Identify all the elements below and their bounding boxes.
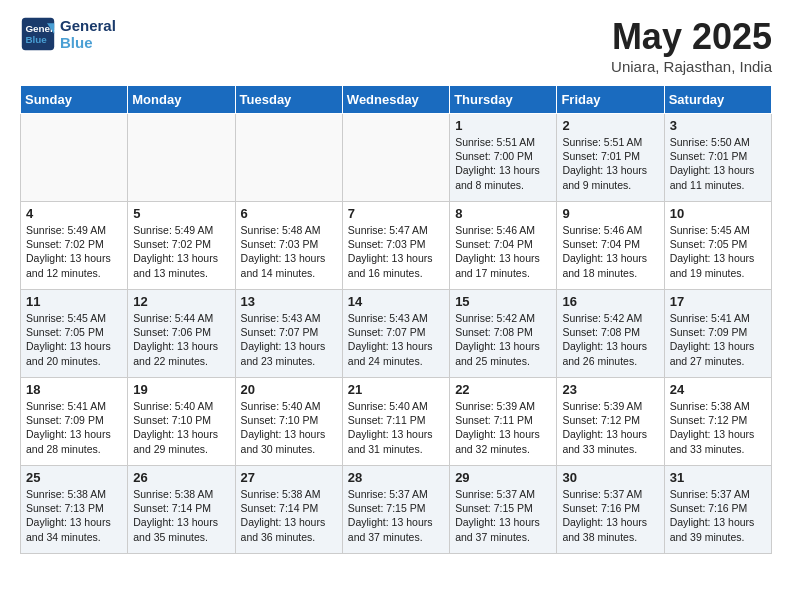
day-info: Sunrise: 5:38 AM Sunset: 7:14 PM Dayligh… <box>133 487 229 544</box>
page: General Blue General Blue May 2025 Uniar… <box>0 0 792 570</box>
calendar-cell: 31Sunrise: 5:37 AM Sunset: 7:16 PM Dayli… <box>664 466 771 554</box>
calendar-table: SundayMondayTuesdayWednesdayThursdayFrid… <box>20 85 772 554</box>
day-info: Sunrise: 5:46 AM Sunset: 7:04 PM Dayligh… <box>455 223 551 280</box>
day-number: 31 <box>670 470 766 485</box>
title-block: May 2025 Uniara, Rajasthan, India <box>611 16 772 75</box>
day-info: Sunrise: 5:37 AM Sunset: 7:15 PM Dayligh… <box>455 487 551 544</box>
day-number: 12 <box>133 294 229 309</box>
location: Uniara, Rajasthan, India <box>611 58 772 75</box>
day-number: 28 <box>348 470 444 485</box>
logo-icon: General Blue <box>20 16 56 52</box>
day-number: 2 <box>562 118 658 133</box>
weekday-header-row: SundayMondayTuesdayWednesdayThursdayFrid… <box>21 86 772 114</box>
weekday-header-friday: Friday <box>557 86 664 114</box>
calendar-week-row: 11Sunrise: 5:45 AM Sunset: 7:05 PM Dayli… <box>21 290 772 378</box>
calendar-cell: 29Sunrise: 5:37 AM Sunset: 7:15 PM Dayli… <box>450 466 557 554</box>
day-number: 27 <box>241 470 337 485</box>
calendar-cell: 5Sunrise: 5:49 AM Sunset: 7:02 PM Daylig… <box>128 202 235 290</box>
day-number: 7 <box>348 206 444 221</box>
logo-text: General Blue <box>60 17 116 51</box>
day-number: 6 <box>241 206 337 221</box>
day-number: 14 <box>348 294 444 309</box>
calendar-week-row: 18Sunrise: 5:41 AM Sunset: 7:09 PM Dayli… <box>21 378 772 466</box>
day-number: 16 <box>562 294 658 309</box>
day-info: Sunrise: 5:38 AM Sunset: 7:14 PM Dayligh… <box>241 487 337 544</box>
day-number: 29 <box>455 470 551 485</box>
day-info: Sunrise: 5:45 AM Sunset: 7:05 PM Dayligh… <box>26 311 122 368</box>
calendar-cell: 23Sunrise: 5:39 AM Sunset: 7:12 PM Dayli… <box>557 378 664 466</box>
calendar-cell: 21Sunrise: 5:40 AM Sunset: 7:11 PM Dayli… <box>342 378 449 466</box>
day-info: Sunrise: 5:47 AM Sunset: 7:03 PM Dayligh… <box>348 223 444 280</box>
day-number: 20 <box>241 382 337 397</box>
day-number: 15 <box>455 294 551 309</box>
day-info: Sunrise: 5:38 AM Sunset: 7:13 PM Dayligh… <box>26 487 122 544</box>
calendar-cell <box>342 114 449 202</box>
day-info: Sunrise: 5:41 AM Sunset: 7:09 PM Dayligh… <box>670 311 766 368</box>
day-number: 17 <box>670 294 766 309</box>
calendar-cell: 17Sunrise: 5:41 AM Sunset: 7:09 PM Dayli… <box>664 290 771 378</box>
day-number: 21 <box>348 382 444 397</box>
calendar-cell: 14Sunrise: 5:43 AM Sunset: 7:07 PM Dayli… <box>342 290 449 378</box>
day-info: Sunrise: 5:51 AM Sunset: 7:01 PM Dayligh… <box>562 135 658 192</box>
day-info: Sunrise: 5:37 AM Sunset: 7:15 PM Dayligh… <box>348 487 444 544</box>
calendar-cell: 19Sunrise: 5:40 AM Sunset: 7:10 PM Dayli… <box>128 378 235 466</box>
svg-text:Blue: Blue <box>25 34 47 45</box>
calendar-cell: 9Sunrise: 5:46 AM Sunset: 7:04 PM Daylig… <box>557 202 664 290</box>
calendar-cell: 1Sunrise: 5:51 AM Sunset: 7:00 PM Daylig… <box>450 114 557 202</box>
weekday-header-thursday: Thursday <box>450 86 557 114</box>
weekday-header-tuesday: Tuesday <box>235 86 342 114</box>
calendar-cell: 18Sunrise: 5:41 AM Sunset: 7:09 PM Dayli… <box>21 378 128 466</box>
weekday-header-wednesday: Wednesday <box>342 86 449 114</box>
day-info: Sunrise: 5:44 AM Sunset: 7:06 PM Dayligh… <box>133 311 229 368</box>
day-number: 26 <box>133 470 229 485</box>
day-number: 25 <box>26 470 122 485</box>
calendar-cell <box>128 114 235 202</box>
day-number: 10 <box>670 206 766 221</box>
day-info: Sunrise: 5:51 AM Sunset: 7:00 PM Dayligh… <box>455 135 551 192</box>
day-number: 24 <box>670 382 766 397</box>
day-info: Sunrise: 5:42 AM Sunset: 7:08 PM Dayligh… <box>455 311 551 368</box>
calendar-cell: 28Sunrise: 5:37 AM Sunset: 7:15 PM Dayli… <box>342 466 449 554</box>
calendar-cell: 6Sunrise: 5:48 AM Sunset: 7:03 PM Daylig… <box>235 202 342 290</box>
day-info: Sunrise: 5:38 AM Sunset: 7:12 PM Dayligh… <box>670 399 766 456</box>
calendar-cell: 30Sunrise: 5:37 AM Sunset: 7:16 PM Dayli… <box>557 466 664 554</box>
calendar-week-row: 25Sunrise: 5:38 AM Sunset: 7:13 PM Dayli… <box>21 466 772 554</box>
day-number: 22 <box>455 382 551 397</box>
logo: General Blue General Blue <box>20 16 116 52</box>
day-info: Sunrise: 5:39 AM Sunset: 7:12 PM Dayligh… <box>562 399 658 456</box>
day-info: Sunrise: 5:49 AM Sunset: 7:02 PM Dayligh… <box>133 223 229 280</box>
day-info: Sunrise: 5:37 AM Sunset: 7:16 PM Dayligh… <box>670 487 766 544</box>
day-info: Sunrise: 5:40 AM Sunset: 7:10 PM Dayligh… <box>133 399 229 456</box>
calendar-cell: 3Sunrise: 5:50 AM Sunset: 7:01 PM Daylig… <box>664 114 771 202</box>
day-info: Sunrise: 5:43 AM Sunset: 7:07 PM Dayligh… <box>241 311 337 368</box>
header: General Blue General Blue May 2025 Uniar… <box>20 16 772 75</box>
day-info: Sunrise: 5:40 AM Sunset: 7:10 PM Dayligh… <box>241 399 337 456</box>
calendar-cell: 26Sunrise: 5:38 AM Sunset: 7:14 PM Dayli… <box>128 466 235 554</box>
calendar-cell: 24Sunrise: 5:38 AM Sunset: 7:12 PM Dayli… <box>664 378 771 466</box>
calendar-cell: 8Sunrise: 5:46 AM Sunset: 7:04 PM Daylig… <box>450 202 557 290</box>
day-number: 5 <box>133 206 229 221</box>
day-number: 23 <box>562 382 658 397</box>
calendar-cell <box>235 114 342 202</box>
day-info: Sunrise: 5:49 AM Sunset: 7:02 PM Dayligh… <box>26 223 122 280</box>
calendar-cell: 13Sunrise: 5:43 AM Sunset: 7:07 PM Dayli… <box>235 290 342 378</box>
day-number: 30 <box>562 470 658 485</box>
calendar-cell: 12Sunrise: 5:44 AM Sunset: 7:06 PM Dayli… <box>128 290 235 378</box>
day-number: 4 <box>26 206 122 221</box>
calendar-cell: 10Sunrise: 5:45 AM Sunset: 7:05 PM Dayli… <box>664 202 771 290</box>
day-number: 19 <box>133 382 229 397</box>
day-number: 9 <box>562 206 658 221</box>
day-info: Sunrise: 5:43 AM Sunset: 7:07 PM Dayligh… <box>348 311 444 368</box>
day-info: Sunrise: 5:50 AM Sunset: 7:01 PM Dayligh… <box>670 135 766 192</box>
day-number: 3 <box>670 118 766 133</box>
day-number: 18 <box>26 382 122 397</box>
month-title: May 2025 <box>611 16 772 58</box>
day-number: 1 <box>455 118 551 133</box>
calendar-cell: 2Sunrise: 5:51 AM Sunset: 7:01 PM Daylig… <box>557 114 664 202</box>
day-info: Sunrise: 5:46 AM Sunset: 7:04 PM Dayligh… <box>562 223 658 280</box>
calendar-week-row: 1Sunrise: 5:51 AM Sunset: 7:00 PM Daylig… <box>21 114 772 202</box>
calendar-cell <box>21 114 128 202</box>
day-info: Sunrise: 5:39 AM Sunset: 7:11 PM Dayligh… <box>455 399 551 456</box>
weekday-header-monday: Monday <box>128 86 235 114</box>
day-number: 8 <box>455 206 551 221</box>
